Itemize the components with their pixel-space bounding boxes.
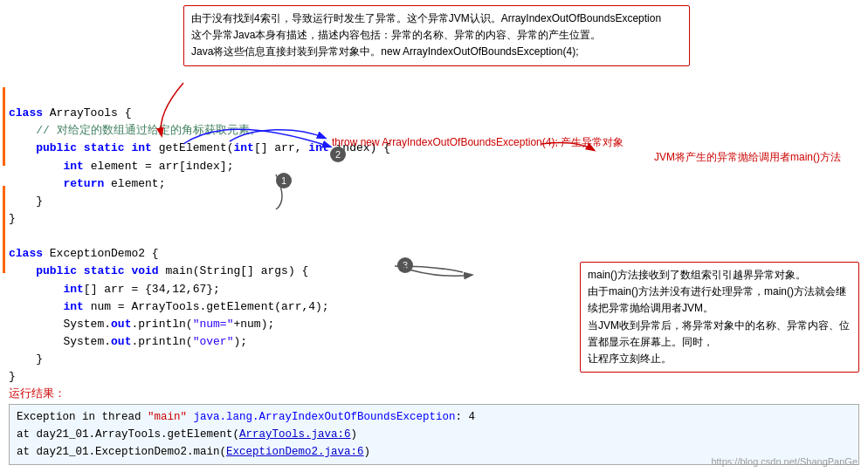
jvm-label: JVM将产生的异常抛给调用者main()方法 bbox=[654, 150, 855, 165]
annotation-top-box: 由于没有找到4索引，导致运行时发生了异常。这个异常JVM认识。ArrayInde… bbox=[183, 5, 690, 66]
code-element-line: int element = arr[index]; bbox=[9, 160, 233, 173]
code-arr-line: int[] arr = {34,12,67}; bbox=[9, 283, 220, 296]
code-comment: // 对给定的数组通过给定的角标获取元素。 bbox=[9, 124, 261, 137]
main-container: 由于没有找到4索引，导致运行时发生了异常。这个异常JVM认识。ArrayInde… bbox=[0, 0, 868, 472]
code-print1: System.out.println("num="+num); bbox=[9, 318, 274, 331]
code-print2: System.out.println("over"); bbox=[9, 335, 247, 348]
annotation-main-box: main()方法接收到了数组索引引越界异常对象。 由于main()方法并没有进行… bbox=[580, 262, 859, 373]
result-line1: Exception in thread "main" java.lang.Arr… bbox=[17, 408, 851, 426]
annotation-top-line3: Java将这些信息直接封装到异常对象中。new ArrayIndexOutOfB… bbox=[191, 44, 682, 60]
annotation-top-line2: 这个异常Java本身有描述，描述内容包括：异常的名称、异常的内容、异常的产生位置… bbox=[191, 27, 682, 44]
code-num-line: int num = ArrayTools.getElement(arr,4); bbox=[9, 300, 329, 313]
code-close3: } bbox=[9, 352, 43, 366]
code-close1: } bbox=[9, 195, 43, 208]
code-close2: } bbox=[9, 212, 16, 225]
annotation-main-line2: 由于main()方法并没有进行处理异常，main()方法就会继续把异常抛给调用者… bbox=[588, 284, 851, 317]
result-area: 运行结果： Exception in thread "main" java.la… bbox=[9, 386, 859, 465]
result-line2: at day21_01.ArrayTools.getElement(ArrayT… bbox=[17, 426, 851, 443]
watermark: https://blog.csdn.net/ShangPanGe bbox=[711, 456, 858, 467]
code-class-array: class ArrayTools { bbox=[9, 106, 131, 120]
annotation-top-line1: 由于没有找到4索引，导致运行时发生了异常。这个异常JVM认识。ArrayInde… bbox=[191, 10, 682, 27]
code-main-sig: public static void main(String[] args) { bbox=[9, 264, 308, 277]
vline-2 bbox=[3, 186, 5, 273]
annotation-main-line1: main()方法接收到了数组索引引越界异常对象。 bbox=[588, 267, 851, 284]
num2-circle: 2 bbox=[330, 147, 346, 162]
throw-label: throw new ArrayIndexOutOfBoundsException… bbox=[332, 135, 623, 150]
annotation-main-line3: 当JVM收到异常后，将异常对象中的名称、异常内容、位置都显示在屏幕上。同时， bbox=[588, 318, 851, 351]
code-class-exception: class ExceptionDemo2 { bbox=[9, 247, 159, 260]
annotation-main-line4: 让程序立刻终止。 bbox=[588, 351, 851, 367]
code-close4: } bbox=[9, 370, 16, 383]
num3-circle: 3 bbox=[397, 257, 413, 273]
result-label: 运行结果： bbox=[9, 386, 859, 401]
num1-circle: 1 bbox=[276, 173, 292, 188]
code-return-line: return element; bbox=[9, 177, 165, 190]
code-blank bbox=[9, 229, 16, 243]
vline-1 bbox=[3, 87, 5, 166]
